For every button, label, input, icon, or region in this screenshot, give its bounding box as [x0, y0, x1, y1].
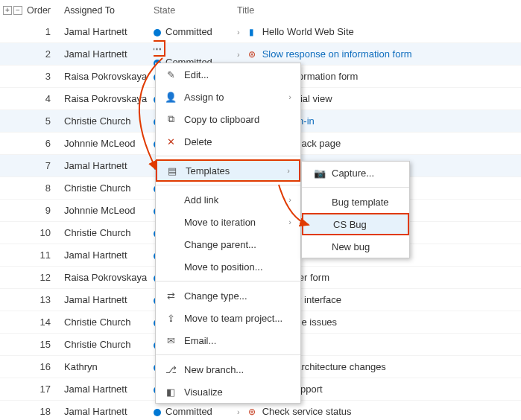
cell-order: 10: [25, 227, 64, 238]
templates-icon: ▤: [166, 165, 178, 176]
camera-icon: 📷: [314, 168, 326, 179]
menu-moveteam-label: Move to team project...: [184, 313, 282, 324]
col-header-order[interactable]: Order: [25, 5, 64, 16]
cell-assigned: Kathryn: [64, 361, 154, 372]
pbi-icon: ▮: [246, 26, 258, 38]
change-type-icon: ⇄: [165, 290, 177, 302]
menu-edit-label: Edit...: [184, 69, 209, 80]
menu-changetype-label: Change type...: [184, 290, 247, 302]
menu-separator: [156, 281, 300, 281]
cell-assigned: Jamal Hartnett: [64, 406, 154, 417]
submenu-newbug-label: New bug: [332, 241, 370, 252]
menu-changeparent-label: Change parent...: [184, 239, 256, 250]
menu-visualize[interactable]: ◧ Visualize: [156, 381, 300, 403]
cell-state-text: Committed: [165, 406, 212, 417]
cell-assigned: Christie Church: [64, 339, 154, 350]
chevron-right-icon: ›: [237, 407, 240, 416]
submenu-csbug-label: CS Bug: [333, 219, 367, 230]
menu-change-parent[interactable]: Change parent...: [156, 233, 300, 255]
cell-order: 18: [25, 406, 64, 417]
cell-assigned: Raisa Pokrovskaya: [64, 71, 154, 82]
cell-state: Committed: [154, 26, 237, 37]
cell-order: 4: [25, 93, 64, 104]
menu-separator: [156, 354, 300, 355]
collapse-all-icon[interactable]: −: [13, 6, 22, 15]
expand-all-icon[interactable]: +: [3, 6, 12, 15]
menu-separator: [156, 156, 300, 156]
cell-title[interactable]: ›⊛Check service status: [237, 406, 521, 418]
move-project-icon: ⇪: [165, 313, 177, 324]
col-header-assigned[interactable]: Assigned To: [64, 5, 154, 16]
menu-copy-label: Copy to clipboard: [184, 114, 259, 125]
branch-icon: ⎇: [165, 364, 177, 375]
menu-visualize-label: Visualize: [184, 386, 223, 398]
submenu-cs-bug[interactable]: CS Bug: [302, 213, 409, 235]
state-dot-icon: [154, 29, 161, 36]
menu-assign-label: Assign to: [184, 92, 224, 103]
cell-state-text: Committed: [165, 26, 212, 37]
more-actions-button[interactable]: ⋯: [154, 40, 165, 57]
bug-icon: ⊛: [246, 406, 258, 418]
state-dot-icon: [154, 409, 161, 416]
cell-order: 5: [25, 115, 64, 127]
cell-assigned: Johnnie McLeod: [64, 138, 154, 149]
cell-assigned: Raisa Pokrovskaya: [64, 272, 154, 283]
menu-move-iteration[interactable]: Move to iteration ›: [156, 211, 300, 233]
col-header-state[interactable]: State: [154, 5, 237, 16]
cell-assigned: Jamal Hartnett: [64, 160, 154, 171]
menu-change-type[interactable]: ⇄ Change type...: [156, 284, 300, 307]
cell-order: 8: [25, 182, 64, 194]
cell-assigned: Christie Church: [64, 182, 154, 194]
cell-order: 9: [25, 205, 64, 216]
menu-moveiter-label: Move to iteration: [184, 217, 256, 228]
col-header-title[interactable]: Title: [237, 5, 521, 16]
menu-move-team-project[interactable]: ⇪ Move to team project...: [156, 307, 300, 329]
submenu-new-bug[interactable]: New bug: [302, 235, 409, 258]
cell-title-text: Check service status: [262, 406, 352, 417]
menu-newbranch-label: New branch...: [184, 364, 244, 375]
menu-movepos-label: Move to position...: [184, 261, 263, 273]
submenu-bugtemplate-label: Bug template: [332, 197, 389, 208]
cell-state: Committed: [154, 406, 237, 417]
cell-order: 1: [25, 26, 64, 37]
cell-title[interactable]: ›⊛Slow response on information form: [237, 48, 521, 60]
delete-icon: ✕: [165, 136, 177, 147]
submenu-capture-label: Capture...: [332, 168, 374, 179]
submenu-bug-template[interactable]: Bug template: [302, 191, 409, 213]
cell-order: 14: [25, 316, 64, 328]
menu-separator: [156, 185, 300, 185]
cell-order: 12: [25, 272, 64, 283]
pencil-icon: ✎: [165, 69, 177, 80]
cell-title-text[interactable]: Slow response on information form: [262, 48, 412, 60]
menu-delete-label: Delete: [184, 136, 212, 147]
cell-assigned: Christie Church: [64, 316, 154, 328]
menu-add-link[interactable]: Add link ›: [156, 188, 300, 211]
chevron-right-icon: ›: [288, 217, 291, 226]
menu-separator: [302, 187, 409, 188]
menu-move-position[interactable]: Move to position...: [156, 255, 300, 278]
copy-icon: ⧉: [165, 113, 177, 125]
menu-new-branch[interactable]: ⎇ New branch...: [156, 358, 300, 381]
cell-assigned: Jamal Hartnett: [64, 294, 154, 305]
menu-edit[interactable]: ✎ Edit...: [156, 63, 300, 86]
menu-email[interactable]: ✉ Email...: [156, 329, 300, 351]
menu-templates[interactable]: ▤ Templates ›: [156, 159, 300, 182]
menu-copy[interactable]: ⧉ Copy to clipboard: [156, 108, 300, 130]
chevron-right-icon: ›: [237, 28, 240, 36]
cell-order: 15: [25, 339, 64, 350]
bug-icon: ⊛: [246, 48, 258, 60]
submenu-capture[interactable]: 📷 Capture...: [302, 162, 409, 184]
menu-email-label: Email...: [184, 335, 216, 346]
menu-assign-to[interactable]: 👤 Assign to ›: [156, 86, 300, 108]
chevron-right-icon: ›: [288, 195, 291, 204]
cell-order: 13: [25, 294, 64, 305]
menu-delete[interactable]: ✕ Delete: [156, 130, 300, 153]
context-menu: ✎ Edit... 👤 Assign to › ⧉ Copy to clipbo…: [155, 63, 301, 404]
menu-templates-label: Templates: [186, 165, 230, 176]
cell-assigned: Christie Church: [64, 227, 154, 238]
cell-title-text: Hello World Web Site: [262, 26, 354, 37]
chevron-right-icon: ›: [287, 166, 290, 175]
cell-title[interactable]: ›▮Hello World Web Site: [237, 26, 521, 38]
table-row[interactable]: 1Jamal HartnettCommitted›▮Hello World We…: [0, 21, 521, 43]
cell-assigned: Jamal Hartnett: [64, 384, 154, 395]
